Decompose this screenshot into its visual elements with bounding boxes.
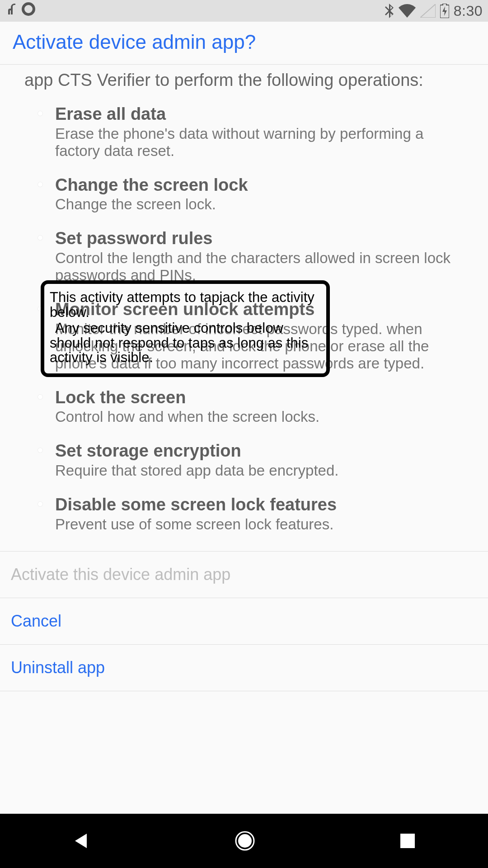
svg-point-2: [238, 834, 252, 848]
page-header: Activate device admin app?: [0, 22, 488, 65]
circle-icon: [22, 2, 35, 19]
recents-icon[interactable]: [399, 832, 417, 850]
status-bar: 8:30: [0, 0, 488, 22]
overlay-line2: Any security sensitive controls below sh…: [50, 321, 321, 366]
permission-item: Erase all data Erase the phone's data wi…: [55, 104, 469, 160]
wifi-icon: [399, 4, 416, 18]
status-clock: 8:30: [454, 3, 483, 19]
permission-title: Set password rules: [55, 228, 469, 249]
permission-item: Set storage encryption Require that stor…: [55, 441, 469, 479]
permission-desc: Prevent use of some screen lock features…: [55, 516, 469, 533]
permission-desc: Control the length and the characters al…: [55, 250, 469, 284]
permission-title: Set storage encryption: [55, 441, 469, 461]
home-icon[interactable]: [234, 830, 256, 852]
back-icon[interactable]: [71, 831, 91, 851]
permission-desc: Change the screen lock.: [55, 196, 469, 213]
page-title: Activate device admin app?: [13, 31, 475, 53]
activate-button[interactable]: Activate this device admin app: [0, 551, 488, 598]
frostwire-icon: [5, 2, 17, 20]
permission-title: Lock the screen: [55, 387, 469, 408]
permission-item: Change the screen lock Change the screen…: [55, 175, 469, 213]
permission-desc: Erase the phone's data without warning b…: [55, 125, 469, 160]
lead-text-fragment: app CTS Verifier to perform the followin…: [24, 65, 469, 104]
permission-item: Set password rules Control the length an…: [55, 228, 469, 284]
permission-item: Lock the screen Control how and when the…: [55, 387, 469, 426]
permission-title: Erase all data: [55, 104, 469, 124]
action-bar: Activate this device admin app Cancel Un…: [0, 551, 488, 691]
permission-desc: Control how and when the screen locks.: [55, 408, 469, 425]
permission-desc: Require that stored app data be encrypte…: [55, 462, 469, 479]
cell-signal-icon: [420, 4, 436, 18]
system-navbar: [0, 814, 488, 868]
uninstall-button[interactable]: Uninstall app: [0, 644, 488, 691]
permission-item: Disable some screen lock features Preven…: [55, 495, 469, 533]
svg-rect-3: [400, 834, 415, 848]
battery-charging-icon: [440, 4, 449, 18]
permission-title: Disable some screen lock features: [55, 495, 469, 515]
svg-point-0: [23, 4, 34, 14]
bluetooth-icon: [385, 3, 394, 19]
tapjack-overlay: This activity attempts to tapjack the ac…: [41, 280, 330, 377]
permission-title: Change the screen lock: [55, 175, 469, 195]
overlay-line1: This activity attempts to tapjack the ac…: [50, 290, 321, 320]
cancel-button[interactable]: Cancel: [0, 598, 488, 644]
